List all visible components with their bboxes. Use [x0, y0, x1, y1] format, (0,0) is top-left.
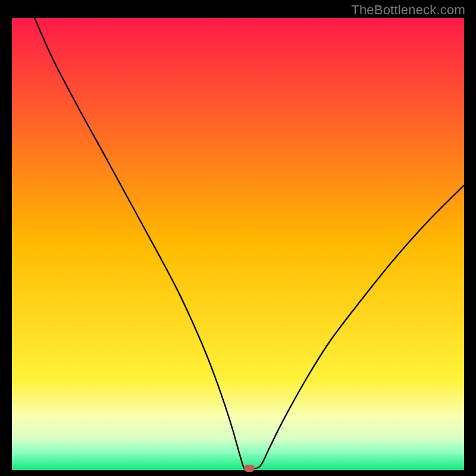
- watermark-text: TheBottleneck.com: [351, 2, 465, 18]
- chart-frame: [12, 18, 464, 470]
- bottleneck-chart: [12, 18, 464, 470]
- chart-background: [12, 18, 464, 470]
- optimum-marker: [244, 465, 255, 472]
